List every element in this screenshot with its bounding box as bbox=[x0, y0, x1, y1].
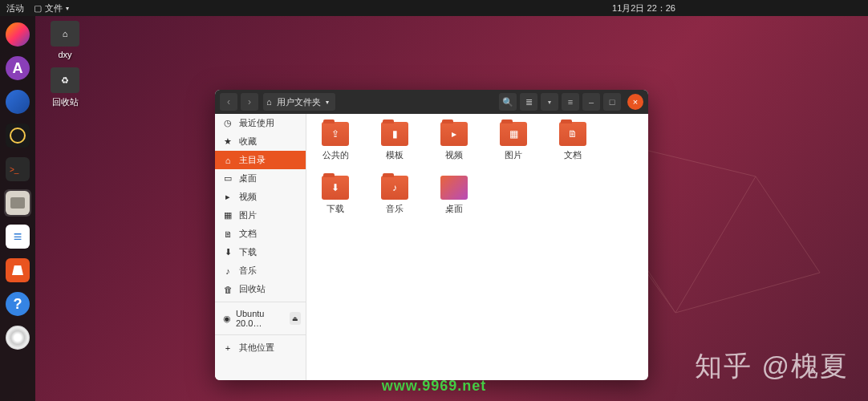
other-locations-label: 其他位置 bbox=[239, 342, 274, 354]
sidebar-label: 回收站 bbox=[239, 283, 266, 295]
sidebar-recent[interactable]: ◷最近使用 bbox=[215, 114, 306, 132]
sidebar-icon: ★ bbox=[223, 136, 233, 147]
sidebar-documents[interactable]: 🗎文档 bbox=[215, 225, 306, 243]
folder-downloads[interactable]: ⬇下载 bbox=[318, 176, 353, 215]
zhihu-watermark: 知乎 @槐夏 bbox=[695, 348, 849, 385]
sidebar-icon: ▦ bbox=[223, 210, 233, 221]
sidebar-icon: ⌂ bbox=[223, 156, 233, 165]
sidebar: ◷最近使用★收藏⌂主目录▭桌面▸视频▦图片🗎文档⬇下载♪音乐🗑回收站◉Ubunt… bbox=[215, 114, 306, 380]
sidebar-desktop[interactable]: ▭桌面 bbox=[215, 169, 306, 188]
app-name-label: 文件 bbox=[45, 2, 63, 14]
sidebar-downloads[interactable]: ⬇下载 bbox=[215, 243, 306, 261]
sidebar-other-locations[interactable]: +其他位置 bbox=[215, 338, 306, 357]
icon-label: 回收站 bbox=[45, 96, 85, 108]
thunderbird-icon[interactable] bbox=[4, 88, 31, 115]
folder-desktop[interactable]: 桌面 bbox=[436, 176, 472, 215]
view-menu-button[interactable]: ▾ bbox=[541, 93, 558, 111]
sidebar-icon: 🗑 bbox=[223, 285, 233, 294]
close-button[interactable]: × bbox=[627, 94, 643, 110]
folder-icon: ▦ bbox=[500, 122, 527, 146]
terminal-icon[interactable]: >_ bbox=[4, 156, 31, 183]
sidebar-label: 主目录 bbox=[239, 154, 266, 166]
svg-line-4 bbox=[675, 273, 820, 313]
icon-label: dxy bbox=[45, 50, 85, 59]
folder-pictures[interactable]: ▦图片 bbox=[496, 122, 531, 161]
folder-documents[interactable]: 🗎文档 bbox=[555, 122, 590, 161]
folder-public[interactable]: ⇪公共的 bbox=[318, 122, 353, 161]
folder-label: 桌面 bbox=[436, 203, 472, 215]
sidebar-starred[interactable]: ★收藏 bbox=[215, 132, 306, 151]
folder-grid: ⇪公共的▮模板▸视频▦图片🗎文档⬇下载♪音乐桌面 bbox=[306, 114, 648, 380]
folder-templates[interactable]: ▮模板 bbox=[377, 122, 412, 161]
sidebar-label: 收藏 bbox=[239, 136, 257, 148]
eject-button[interactable]: ⏏ bbox=[290, 312, 301, 325]
chevron-down-icon: ▾ bbox=[66, 5, 69, 12]
sidebar-label: 图片 bbox=[239, 209, 257, 221]
url-watermark: www.9969.net bbox=[382, 378, 486, 395]
sidebar-label: 下载 bbox=[239, 246, 257, 258]
home-icon: ⌂ bbox=[266, 97, 272, 107]
sidebar-icon: ♪ bbox=[223, 266, 233, 276]
sidebar-label: 最近使用 bbox=[239, 117, 274, 129]
folder-icon: 🗎 bbox=[559, 122, 586, 146]
trash-icon[interactable]: ♻回收站 bbox=[45, 67, 85, 108]
sidebar-icon: ◷ bbox=[223, 118, 233, 128]
folder-icon: ♪ bbox=[381, 176, 408, 200]
sidebar-label: 文档 bbox=[239, 228, 257, 240]
search-button[interactable]: 🔍 bbox=[499, 93, 517, 111]
ubuntu-software-icon[interactable] bbox=[4, 257, 31, 284]
help-icon[interactable]: ? bbox=[4, 290, 31, 318]
folder-icon: ⬇ bbox=[322, 176, 349, 200]
dvd-drive-icon[interactable] bbox=[4, 324, 31, 351]
icon-glyph: ⌂ bbox=[51, 21, 79, 47]
folder-label: 视频 bbox=[436, 149, 472, 161]
home-folder-icon[interactable]: ⌂dxy bbox=[45, 21, 85, 59]
activities-button[interactable]: 活动 bbox=[6, 2, 24, 14]
files-icon[interactable] bbox=[4, 189, 31, 217]
back-button[interactable]: ‹ bbox=[220, 93, 237, 111]
titlebar: ‹ › ⌂ 用户文件夹 ▾ 🔍 ≣ ▾ ≡ – □ × bbox=[215, 90, 648, 114]
mount-label: Ubuntu 20.0… bbox=[236, 309, 285, 328]
folder-icon: ▮ bbox=[381, 122, 408, 146]
sidebar-icon: ⬇ bbox=[223, 247, 233, 257]
folder-label: 文档 bbox=[555, 149, 590, 161]
folder-icon: ▢ bbox=[34, 3, 42, 14]
disc-icon: ◉ bbox=[223, 314, 231, 324]
sidebar-mount-ubuntu[interactable]: ◉Ubuntu 20.0…⏏ bbox=[215, 306, 306, 331]
folder-music[interactable]: ♪音乐 bbox=[377, 176, 412, 215]
sidebar-icon: 🗎 bbox=[223, 229, 233, 239]
pathbar[interactable]: ⌂ 用户文件夹 ▾ bbox=[263, 93, 335, 111]
hamburger-menu-button[interactable]: ≡ bbox=[562, 93, 579, 111]
minimize-button[interactable]: – bbox=[582, 93, 600, 111]
maximize-button[interactable]: □ bbox=[603, 93, 621, 111]
folder-icon: ⇪ bbox=[322, 122, 349, 146]
app-menu[interactable]: ▢ 文件 ▾ bbox=[34, 2, 69, 14]
sidebar-icon: ▭ bbox=[223, 173, 233, 184]
libreoffice-writer-icon[interactable]: ≡ bbox=[4, 223, 31, 250]
sidebar-label: 桌面 bbox=[239, 172, 257, 184]
clock-label[interactable]: 11月2日 22：26 bbox=[612, 2, 675, 14]
folder-icon bbox=[440, 176, 468, 200]
folder-label: 图片 bbox=[496, 149, 531, 161]
folder-label: 下载 bbox=[318, 203, 353, 215]
rhythmbox-icon[interactable] bbox=[4, 122, 31, 149]
folder-videos[interactable]: ▸视频 bbox=[436, 122, 472, 161]
sidebar-videos[interactable]: ▸视频 bbox=[215, 188, 306, 206]
sidebar-home[interactable]: ⌂主目录 bbox=[215, 151, 306, 169]
path-label: 用户文件夹 bbox=[277, 96, 321, 108]
svg-line-1 bbox=[675, 176, 756, 313]
chevron-down-icon: ▾ bbox=[326, 99, 329, 106]
sidebar-pictures[interactable]: ▦图片 bbox=[215, 206, 306, 225]
sidebar-icon: ▸ bbox=[223, 192, 233, 202]
dock: A>_≡? bbox=[0, 16, 35, 401]
view-toggle-button[interactable]: ≣ bbox=[520, 93, 537, 111]
sidebar-music[interactable]: ♪音乐 bbox=[215, 261, 306, 280]
firefox-icon[interactable] bbox=[4, 21, 31, 48]
svg-line-3 bbox=[756, 176, 820, 273]
forward-button[interactable]: › bbox=[241, 93, 258, 111]
sidebar-trash[interactable]: 🗑回收站 bbox=[215, 280, 306, 298]
folder-icon: ▸ bbox=[440, 122, 468, 146]
software-center-icon[interactable]: A bbox=[4, 55, 31, 82]
plus-icon: + bbox=[223, 343, 233, 353]
top-panel: 活动 ▢ 文件 ▾ 11月2日 22：26 bbox=[0, 0, 868, 16]
